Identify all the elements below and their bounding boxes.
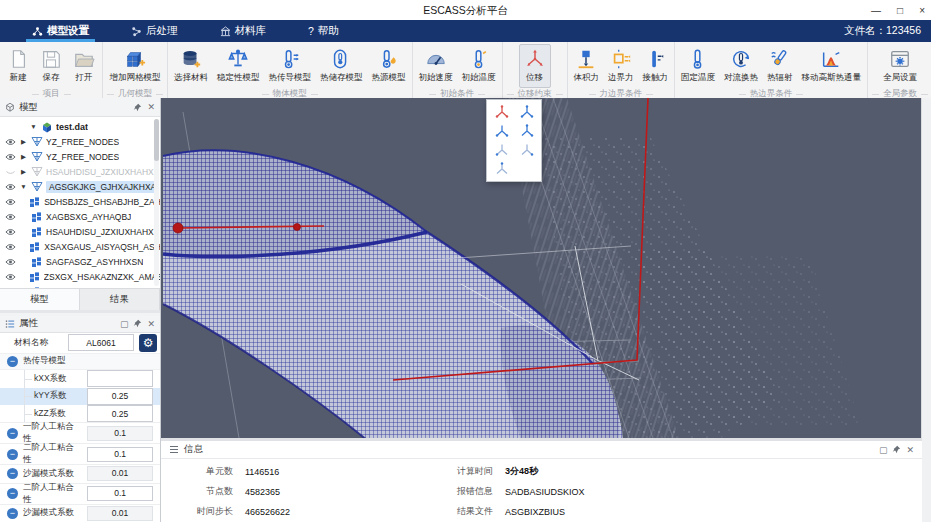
property-value[interactable]: 0.1 bbox=[87, 486, 153, 501]
property-row[interactable]: − 沙漏模式系数 0.01 bbox=[0, 464, 160, 482]
property-value[interactable]: 0.1 bbox=[87, 426, 153, 441]
tab-model[interactable]: 模型 bbox=[0, 289, 80, 310]
tree-item[interactable]: XAGBSXG_AYHAQBJ bbox=[0, 209, 160, 224]
tree-item[interactable]: ZSXGX_HSAKAZNZXK_AMASX bbox=[0, 269, 160, 284]
tree-item[interactable]: ▶ YZ_FREE_NODES bbox=[0, 134, 160, 149]
pin-icon[interactable] bbox=[892, 445, 901, 454]
tree-item-hidden[interactable]: ▶ HSAUHDISU_JZXIUXHAHX bbox=[0, 164, 160, 179]
displacement-variant-7-icon[interactable] bbox=[493, 161, 511, 177]
heat-source-model-button[interactable]: 热源模型 bbox=[368, 44, 410, 88]
collapse-minus-icon[interactable]: − bbox=[7, 508, 18, 519]
close-panel-icon[interactable]: ✕ bbox=[147, 319, 155, 329]
kyy-row[interactable]: kYY系数 bbox=[0, 388, 160, 405]
kyy-input[interactable] bbox=[87, 388, 153, 405]
property-row[interactable]: − 一阶人工粘合性 0.1 bbox=[0, 422, 160, 443]
minimize-button[interactable]: — bbox=[871, 5, 881, 16]
boundary-force-button[interactable]: 边界力 bbox=[604, 44, 638, 88]
kzz-row[interactable]: kZZ系数 bbox=[0, 405, 160, 422]
thermal-radiation-button[interactable]: 热辐射 bbox=[763, 44, 797, 88]
collapse-arrow-icon[interactable]: ▼ bbox=[30, 123, 37, 130]
heat-conduction-model-button[interactable]: 热传导模型 bbox=[265, 44, 316, 88]
contact-force-button[interactable]: 接触力 bbox=[639, 44, 673, 88]
fixed-temperature-button[interactable]: 固定温度 bbox=[677, 44, 719, 88]
visibility-eye-icon[interactable] bbox=[4, 153, 17, 161]
tab-results[interactable]: 结果 bbox=[80, 289, 160, 310]
collapse-minus-icon[interactable]: − bbox=[7, 356, 18, 367]
initial-velocity-button[interactable]: 初始速度 bbox=[415, 44, 457, 88]
collapse-minus-icon[interactable]: − bbox=[7, 488, 18, 499]
initial-temperature-button[interactable]: 初始温度 bbox=[458, 44, 500, 88]
menu-item-help[interactable]: ? 帮助 bbox=[298, 20, 349, 42]
property-value[interactable]: 0.01 bbox=[87, 506, 153, 521]
property-row[interactable]: − 二阶人工粘合性 0.1 bbox=[0, 483, 160, 504]
tree-item[interactable]: SDHSBJZS_GHSABJHB_ZAHU bbox=[0, 284, 160, 288]
stability-model-button[interactable]: 稳定性模型 bbox=[213, 44, 264, 88]
tree-scrollbar[interactable] bbox=[154, 119, 159, 286]
kxx-row[interactable]: kXX系数 bbox=[0, 370, 160, 387]
displacement-xyz-blue-icon[interactable] bbox=[518, 104, 536, 120]
tree-item[interactable]: HSAUHDISU_JZXIUXHAHX bbox=[0, 224, 160, 239]
visibility-eye-icon[interactable] bbox=[4, 273, 16, 281]
property-value[interactable]: 0.01 bbox=[87, 466, 153, 481]
kyy-label: kYY系数 bbox=[34, 390, 67, 402]
displacement-button[interactable]: 位移 bbox=[519, 44, 551, 88]
restore-button[interactable]: □ bbox=[897, 5, 903, 16]
visibility-off-icon[interactable] bbox=[4, 168, 17, 176]
material-settings-button[interactable]: ⚙ bbox=[139, 334, 157, 352]
properties-panel-title: 属性 bbox=[19, 317, 38, 330]
close-panel-icon[interactable]: ✕ bbox=[147, 102, 155, 112]
tree-item[interactable]: ▶ YZ_FREE_NODES bbox=[0, 149, 160, 164]
visibility-eye-icon[interactable] bbox=[4, 183, 17, 191]
float-panel-icon[interactable]: ▢ bbox=[879, 445, 888, 455]
kxx-input[interactable] bbox=[87, 370, 153, 387]
displacement-variant-3-icon[interactable] bbox=[493, 123, 511, 139]
expand-arrow-icon[interactable]: ▶ bbox=[20, 138, 27, 146]
global-settings-button[interactable]: 全局设置 bbox=[879, 44, 921, 88]
visibility-eye-icon[interactable] bbox=[4, 258, 17, 266]
body-force-button[interactable]: 体积力 bbox=[570, 44, 604, 88]
menu-item-post-processing[interactable]: 后处理 bbox=[121, 20, 188, 42]
menu-item-material-library[interactable]: 材料库 bbox=[210, 20, 277, 42]
collapse-minus-icon[interactable]: − bbox=[7, 449, 18, 460]
open-button[interactable]: 打开 bbox=[68, 44, 100, 88]
tree-item[interactable]: XSAXGAUS_AISYAQSH_ASHX bbox=[0, 239, 160, 254]
add-mesh-model-button[interactable]: 增加网格模型 bbox=[106, 44, 165, 88]
pin-icon[interactable] bbox=[133, 319, 142, 328]
visibility-eye-icon[interactable] bbox=[4, 228, 17, 236]
tree-root[interactable]: ▼ test.dat bbox=[0, 119, 160, 134]
save-button[interactable]: 保存 bbox=[35, 44, 67, 88]
property-row[interactable]: − 二阶人工粘合性 0.1 bbox=[0, 443, 160, 464]
collapse-arrow-icon[interactable]: ▼ bbox=[20, 183, 27, 190]
heat-storage-model-button[interactable]: 热储存模型 bbox=[316, 44, 367, 88]
collapse-minus-icon[interactable]: − bbox=[7, 468, 18, 479]
menu-item-model-setup[interactable]: 模型设置 bbox=[22, 20, 99, 42]
convection-button[interactable]: 对流换热 bbox=[720, 44, 762, 88]
expand-arrow-icon[interactable]: ▶ bbox=[20, 168, 27, 176]
moving-gauss-heat-flux-button[interactable]: 移动高斯热通量 bbox=[798, 44, 866, 88]
float-panel-icon[interactable]: ▢ bbox=[120, 319, 129, 329]
property-value[interactable]: 0.1 bbox=[87, 447, 153, 462]
tree-item[interactable]: SAGFASGZ_ASYHHXSN bbox=[0, 254, 160, 269]
select-material-button[interactable]: 选择材料 bbox=[170, 44, 212, 88]
expand-arrow-icon[interactable]: ▶ bbox=[20, 153, 27, 161]
visibility-eye-icon[interactable] bbox=[4, 138, 17, 146]
close-panel-icon[interactable]: ✕ bbox=[906, 445, 914, 455]
displacement-xyz-red-icon[interactable] bbox=[493, 104, 511, 120]
visibility-eye-icon[interactable] bbox=[4, 288, 16, 289]
tree-item-selected[interactable]: ▼ AGSGKJKG_GJHXAJKHXA bbox=[0, 179, 160, 194]
close-button[interactable]: × bbox=[919, 5, 925, 16]
property-row[interactable]: − 沙漏模式系数 0.01 bbox=[0, 504, 160, 522]
tree-item[interactable]: SDHSBJZS_GHSABJHB_ZAHU bbox=[0, 194, 160, 209]
kzz-input[interactable] bbox=[87, 405, 153, 422]
new-button[interactable]: 新建 bbox=[2, 44, 34, 88]
displacement-variant-4-icon[interactable] bbox=[518, 123, 536, 139]
conduction-group-row[interactable]: − 热传导模型 bbox=[0, 354, 160, 371]
pin-icon[interactable] bbox=[133, 103, 142, 112]
visibility-eye-icon[interactable] bbox=[4, 198, 16, 206]
displacement-variant-5-icon[interactable] bbox=[493, 142, 511, 158]
visibility-eye-icon[interactable] bbox=[4, 243, 16, 251]
visibility-eye-icon[interactable] bbox=[4, 213, 17, 221]
collapse-minus-icon[interactable]: − bbox=[7, 428, 18, 439]
displacement-variant-6-icon[interactable] bbox=[518, 142, 536, 158]
material-name-input[interactable] bbox=[68, 334, 134, 351]
